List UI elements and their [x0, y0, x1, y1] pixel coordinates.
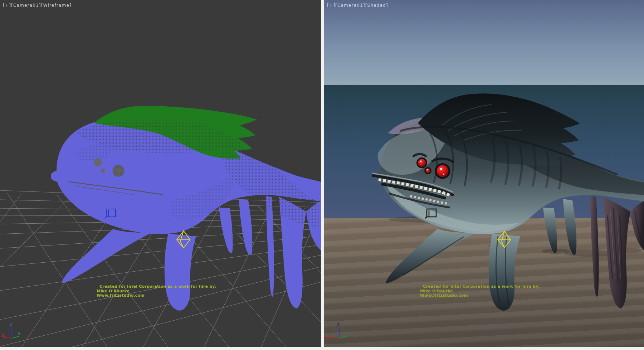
axis-label-y: Y [345, 332, 348, 336]
watermark-text: Created for Intel Corporation as a work … [97, 285, 216, 298]
axis-tripod-shaded: Z Y [324, 323, 348, 338]
viewport-wireframe[interactable]: [+][Camera01][Wireframe] [0, 0, 321, 347]
fish-model-shaded[interactable] [372, 93, 644, 311]
watermark-text: Created for Intel Corporation as a work … [420, 285, 540, 298]
fish-model-wireframe[interactable] [51, 106, 321, 311]
axis-label-z: Z [10, 323, 12, 327]
viewport-shaded[interactable]: [+][Camera01][Shaded] [324, 0, 644, 347]
axis-label-x: X [2, 334, 5, 337]
axis-label-z: Z [337, 323, 340, 327]
viewport-label-wireframe[interactable]: [+][Camera01][Wireframe] [3, 3, 72, 8]
axis-label-y: Y [18, 332, 21, 336]
viewport-split-layout: [+][Camera01][Wireframe] [0, 0, 644, 350]
viewport-divider-vertical[interactable] [321, 0, 324, 350]
axis-tripod: X Z Y [2, 323, 21, 338]
viewport-divider-horizontal[interactable] [0, 347, 644, 350]
viewport-label-shaded[interactable]: [+][Camera01][Shaded] [327, 3, 388, 8]
